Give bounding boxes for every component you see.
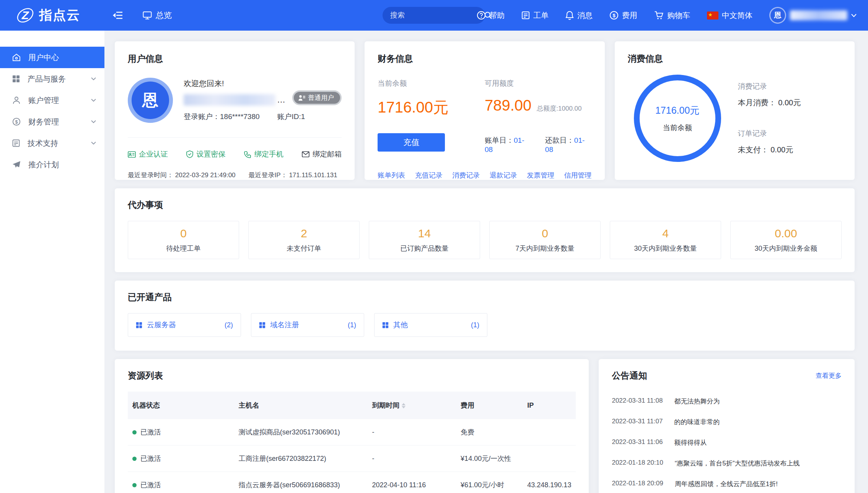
user-menu[interactable]: 恩	[769, 7, 857, 24]
product-cloud-server[interactable]: 云服务器 (2)	[128, 313, 241, 337]
bill-day: 账单日：01-08	[485, 135, 531, 154]
search-input[interactable]	[390, 11, 484, 20]
chevron-down-icon	[91, 142, 96, 145]
refund-record-link[interactable]: 退款记录	[490, 171, 517, 180]
svg-text:Z: Z	[21, 9, 29, 21]
view-more-link[interactable]: 查看更多	[816, 371, 842, 380]
language-switcher[interactable]: ★ 中文简体	[707, 10, 752, 21]
sidebar-item-account-mgmt[interactable]: 账户管理	[0, 90, 104, 111]
status-dot	[132, 430, 137, 434]
sidebar: 用户中心 产品与服务 账户管理	[0, 31, 104, 493]
sidebar-collapse-icon[interactable]	[111, 9, 124, 22]
chevron-down-icon	[851, 14, 857, 17]
nav-cart[interactable]: 购物车	[654, 10, 690, 21]
last-login-ip: 最近登录IP： 171.115.101.131	[249, 171, 337, 180]
product-other[interactable]: 其他 (1)	[374, 313, 487, 337]
nav-overview-label: 总览	[156, 10, 172, 21]
brand-logo[interactable]: Z 指点云	[0, 5, 104, 25]
list-item[interactable]: 2022-01-18 20:09 周年感恩回馈，全线云产品低至1折!	[612, 480, 842, 488]
main-content: 用户信息 普通用户 恩 欢迎您回来!	[104, 31, 868, 493]
sort-icon	[402, 403, 406, 408]
grid-icon	[136, 322, 142, 328]
list-item[interactable]: 2022-03-31 11:07 的的味道非常的	[612, 418, 842, 426]
sidebar-item-referral[interactable]: 推介计划	[0, 154, 104, 175]
nav-workorder-label: 工单	[533, 10, 549, 21]
dollar-circle-icon: $	[12, 118, 21, 126]
bind-phone-link[interactable]: 绑定手机	[244, 149, 283, 159]
products-card: 已开通产品 云服务器 (2) 域名注册 (1)	[115, 281, 855, 351]
username-redacted	[790, 10, 847, 20]
resources-table: 机器状态 主机名 到期时间 费用 IP 已激活 测试虚拟商品(ser320517…	[128, 392, 576, 493]
welcome-text: 欢迎您回来!	[184, 78, 342, 89]
col-expire[interactable]: 到期时间	[367, 392, 456, 419]
account-id: 账户ID:1	[277, 112, 305, 122]
product-domain[interactable]: 域名注册 (1)	[251, 313, 364, 337]
table-row[interactable]: 已激活 测试虚拟商品(ser320517306901) - 免费	[128, 419, 576, 446]
enterprise-verify-link[interactable]: 企业认证	[128, 149, 168, 159]
svg-text:$: $	[612, 13, 616, 18]
user-type-badge-label: 普通用户	[308, 93, 334, 102]
resources-title: 资源列表	[128, 370, 576, 382]
chevron-down-icon	[91, 120, 96, 123]
todo-pending-workorders[interactable]: 0 待处理工单	[128, 221, 239, 259]
todo-expire-30days[interactable]: 4 30天内到期业务数量	[610, 221, 721, 259]
user-info-card: 用户信息 普通用户 恩 欢迎您回来!	[115, 41, 355, 180]
search-box[interactable]	[383, 7, 485, 24]
col-fee: 费用	[456, 392, 523, 419]
todo-expire-30days-amount[interactable]: 0.00 30天内到期业务金额	[730, 221, 842, 259]
nav-message[interactable]: 消息	[565, 10, 593, 21]
finance-info-card: 财务信息 当前余额 1716.00元 充值 可用额度 789.00 总额度:10…	[365, 41, 604, 180]
announcements-card: 公告通知 查看更多 2022-03-31 11:08 都无法热舞分为 2022-…	[599, 359, 855, 493]
resources-card: 资源列表 机器状态 主机名 到期时间 费用 IP 已激活	[115, 359, 589, 493]
sidebar-item-user-center[interactable]: 用户中心	[0, 47, 104, 68]
username-redacted	[184, 94, 275, 106]
repay-day: 还款日：01-08	[545, 135, 592, 154]
list-item[interactable]: 2022-03-31 11:08 都无法热舞分为	[612, 397, 842, 406]
china-flag-icon: ★	[707, 11, 718, 20]
person-badge-icon	[298, 95, 305, 101]
last-login-time: 最近登录时间： 2022-03-29 21:49:00	[128, 171, 236, 180]
bill-list-link[interactable]: 账单列表	[378, 171, 405, 180]
nav-fee[interactable]: $ 费用	[609, 10, 637, 21]
list-item[interactable]: 2022-03-31 11:06 额得得得从	[612, 438, 842, 447]
recharge-button[interactable]: 充值	[378, 133, 445, 152]
cart-icon	[654, 11, 664, 20]
balance-ring: 1716.00元 当前余额	[634, 75, 721, 162]
paper-plane-icon	[12, 161, 21, 168]
nav-overview[interactable]: 总览	[143, 10, 172, 21]
nav-help[interactable]: 帮助	[477, 10, 505, 21]
credit-label: 可用额度	[485, 78, 592, 88]
avatar: 恩	[128, 78, 173, 123]
month-consume-value: 本月消费： 0.00元	[738, 98, 801, 108]
nav-help-label: 帮助	[489, 10, 505, 21]
consume-record-label: 消费记录	[738, 82, 801, 91]
credit-mgmt-link[interactable]: 信用管理	[564, 171, 592, 180]
workorder-icon	[521, 11, 530, 20]
balance-label: 当前余额	[378, 78, 485, 88]
status-dot	[132, 457, 137, 461]
brand-logo-icon: Z	[15, 5, 35, 25]
list-item[interactable]: 2022-01-18 20:10 “惠聚云端，首台5折”大型优惠活动发布上线	[612, 459, 842, 468]
table-row[interactable]: 已激活 工商注册(ser667203822172) - ¥14.00元/一次性	[128, 446, 576, 472]
todo-unpaid-orders[interactable]: 2 未支付订单	[248, 221, 360, 259]
nav-message-label: 消息	[577, 10, 593, 21]
nav-workorder[interactable]: 工单	[521, 10, 549, 21]
sidebar-item-label: 账户管理	[28, 95, 59, 106]
grid-icon	[259, 322, 265, 328]
col-machine-status: 机器状态	[128, 392, 234, 419]
invoice-mgmt-link[interactable]: 发票管理	[527, 171, 554, 180]
sidebar-item-finance-mgmt[interactable]: $ 财务管理	[0, 111, 104, 132]
consume-record-link[interactable]: 消费记录	[452, 171, 480, 180]
login-account: 登录账户：186****7380	[184, 112, 260, 122]
grid-icon	[382, 322, 389, 328]
avatar[interactable]: 恩	[769, 7, 786, 24]
sidebar-item-tech-support[interactable]: 技术支持	[0, 132, 104, 154]
home-icon	[12, 53, 21, 62]
recharge-record-link[interactable]: 充值记录	[415, 171, 443, 180]
table-row[interactable]: 已激活 指点云服务器(ser506691686833) 2022-04-10 1…	[128, 472, 576, 493]
todo-expire-7days[interactable]: 0 7天内到期业务数量	[489, 221, 601, 259]
bind-email-link[interactable]: 绑定邮箱	[302, 149, 342, 159]
sidebar-item-products-services[interactable]: 产品与服务	[0, 68, 104, 90]
set-security-link[interactable]: 设置密保	[186, 149, 225, 159]
todo-ordered-products[interactable]: 14 已订购产品数量	[369, 221, 480, 259]
